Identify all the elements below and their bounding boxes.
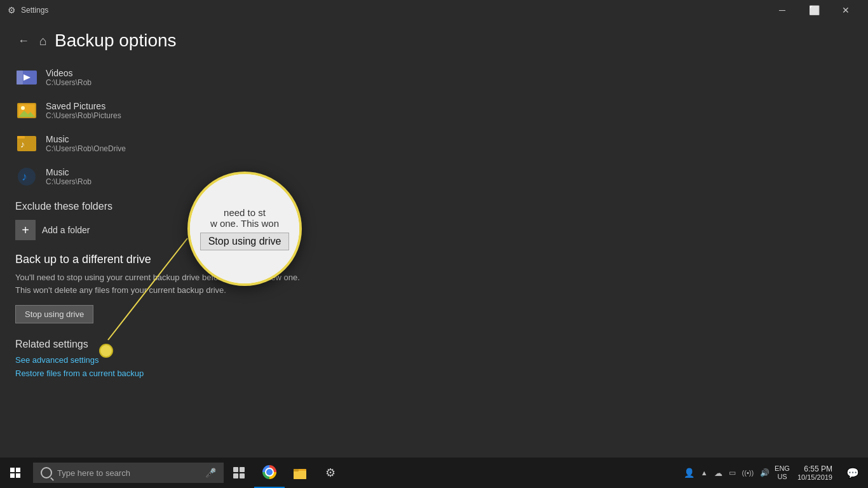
svg-point-5 [21,106,25,110]
advanced-settings-link[interactable]: See advanced settings [15,355,853,365]
folder-name: Music [46,167,92,177]
title-bar-controls: ─ ⬜ ✕ [768,0,860,20]
notifications-icon[interactable]: ▲ [698,469,710,477]
folder-path: C:\Users\Rob [46,78,92,87]
settings-icon: ⚙ [8,5,16,15]
system-tray: 👤 ▲ ☁ ▭ ((•)) 🔊 [681,468,772,478]
clock-time: 6:55 PM [804,464,832,473]
svg-rect-13 [233,467,238,472]
back-button[interactable]: ← [15,32,32,50]
folder-list: Videos C:\Users\Rob Saved Pictures C:\Us… [15,66,853,188]
music-folder-icon: ♪ [15,132,38,155]
svg-rect-8 [17,136,25,139]
pictures-icon [15,99,38,122]
maximize-button[interactable]: ⬜ [799,0,829,20]
list-item: Videos C:\Users\Rob [15,66,853,89]
svg-rect-15 [233,473,238,478]
search-icon [41,467,52,478]
magnifier-text-top: need to stw one. This won [210,207,279,229]
file-explorer-taskbar-icon[interactable] [285,458,315,488]
search-placeholder: Type here to search [57,468,130,478]
home-icon: ⌂ [39,34,47,48]
svg-rect-14 [240,467,245,472]
network-icon[interactable]: 👤 [681,468,697,478]
svg-rect-19 [294,469,299,471]
magnifier-overlay: need to stw one. This won Stop using dri… [187,172,302,286]
list-item: Saved Pictures C:\Users\Rob\Pictures [15,99,853,122]
folder-name: Saved Pictures [46,101,121,111]
volume-icon[interactable]: 🔊 [757,468,772,477]
exclude-heading: Exclude these folders [15,201,853,212]
restore-files-link[interactable]: Restore files from a current backup [15,369,853,378]
title-bar-title: Settings [21,6,48,15]
page-header: ← ⌂ Backup options [15,30,853,51]
battery-icon[interactable]: ▭ [726,468,738,477]
related-settings-title: Related settings [15,339,853,350]
language-indicator: ENGUS [772,464,792,481]
title-bar: ⚙ Settings ─ ⬜ ✕ [0,0,868,20]
related-settings-section: Related settings See advanced settings R… [15,339,853,378]
folder-path: C:\Users\Rob [46,177,92,186]
svg-text:♪: ♪ [22,170,27,183]
add-folder-label: Add a folder [42,225,90,235]
music-icon: ♪ [15,165,38,188]
folder-path: C:\Users\Rob\OneDrive [46,144,126,153]
plus-icon: + [15,220,36,240]
settings-gear-icon: ⚙ [325,466,336,480]
folder-name: Videos [46,68,92,78]
task-view-icon [233,466,245,479]
videos-icon [15,66,38,89]
taskbar: Type here to search 🎤 ⚙ 👤 ▲ ☁ ▭ ((•)) [0,458,868,488]
folder-name: Music [46,134,126,144]
backup-drive-section: Back up to a different drive You'll need… [15,253,853,323]
task-view-button[interactable] [224,458,254,488]
microphone-icon[interactable]: 🎤 [205,468,216,478]
wifi-icon[interactable]: ((•)) [740,469,757,477]
folder-path: C:\Users\Rob\Pictures [46,111,121,120]
settings-taskbar-icon[interactable]: ⚙ [315,458,346,488]
minimize-button[interactable]: ─ [768,0,797,20]
magnifier-dot [99,344,113,358]
page-title: Backup options [55,30,176,51]
list-item: ♪ Music C:\Users\Rob [15,165,853,188]
svg-text:♪: ♪ [20,139,25,149]
svg-rect-16 [240,473,245,478]
taskbar-search-bar[interactable]: Type here to search 🎤 [33,463,224,483]
title-bar-left: ⚙ Settings [8,5,48,15]
svg-rect-18 [294,471,306,479]
list-item: ♪ Music C:\Users\Rob\OneDrive [15,132,853,155]
magnifier-button-text: Stop using drive [200,233,290,250]
stop-using-drive-button[interactable]: Stop using drive [15,305,93,323]
svg-rect-1 [17,71,23,85]
file-explorer-icon [293,466,307,480]
clock-date: 10/15/2019 [797,473,832,481]
add-folder-button[interactable]: + Add a folder [15,220,90,240]
main-content: ← ⌂ Backup options Videos C:\Users\Rob [0,20,868,458]
chrome-taskbar-icon[interactable] [254,458,285,488]
start-button[interactable] [0,458,31,488]
close-button[interactable]: ✕ [831,0,860,20]
backup-drive-title: Back up to a different drive [15,253,853,266]
system-clock[interactable]: 6:55 PM 10/15/2019 [792,464,837,481]
windows-logo-icon [10,468,20,478]
chrome-icon [262,465,276,479]
notification-center-button[interactable]: 💬 [837,458,868,488]
cloud-icon[interactable]: ☁ [712,468,725,478]
